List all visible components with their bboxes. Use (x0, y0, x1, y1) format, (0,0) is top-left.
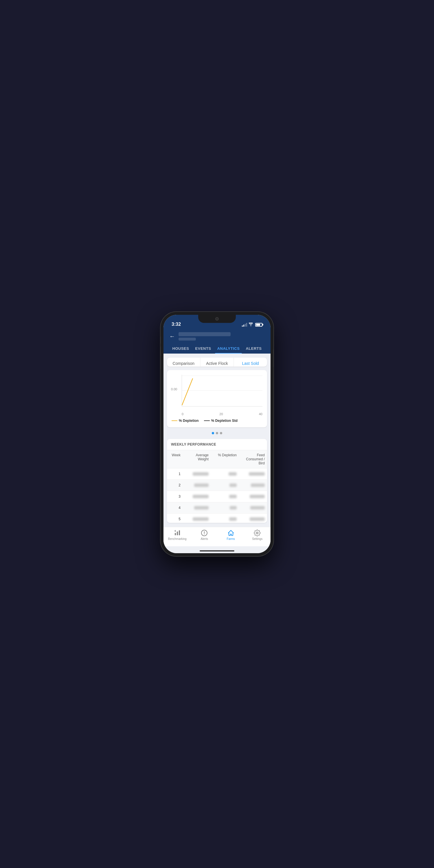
sub-tab-last-sold[interactable]: Last Sold (234, 358, 267, 367)
col-avg-weight: Average Weight (183, 450, 211, 468)
dot-3[interactable] (220, 432, 222, 434)
depletion-3: ██ (211, 491, 239, 502)
week-num-3: 3 (167, 491, 183, 502)
feed-5: ███████ (239, 514, 267, 523)
week-num-1: 1 (167, 468, 183, 479)
chart-card: 0.00 0 20 40 (167, 370, 267, 427)
phone-screen: 3:32 ← (163, 315, 271, 553)
chart-container: 0.00 0 20 40 (172, 375, 262, 416)
svg-rect-3 (177, 531, 178, 535)
home-bar (199, 550, 235, 552)
table-row: 1 ███████ ██ ███████ (167, 468, 267, 480)
nav-benchmarking-label: Benchmarking (168, 537, 187, 540)
table-header: Week Average Weight % Depletion Feed Con… (167, 450, 267, 468)
avg-weight-4: ██████ (183, 502, 211, 513)
avg-weight-5: ███████ (183, 514, 211, 523)
depletion-4: ██ (211, 502, 239, 513)
avg-weight-1: ███████ (183, 468, 211, 479)
sub-tab-active-flock[interactable]: Active Flock (200, 358, 234, 367)
table-row: 2 ██████ ██ ██████ (167, 480, 267, 491)
nav-farms-label: Farms (227, 537, 235, 540)
nav-settings[interactable]: Settings (249, 529, 266, 540)
col-week: Week (167, 450, 183, 468)
nav-benchmarking[interactable]: Benchmarking (168, 529, 187, 540)
chart-x-labels: 0 20 40 (182, 412, 262, 416)
status-time: 3:32 (172, 322, 181, 327)
svg-rect-6 (175, 530, 176, 532)
home-indicator (163, 546, 271, 553)
header-title-block (179, 332, 265, 341)
legend-depletion: % Depletion (172, 418, 199, 423)
chart-area: 0.00 (182, 375, 262, 406)
sub-tab-comparison[interactable]: Comparison (167, 358, 200, 367)
depletion-1: ██ (211, 468, 239, 479)
feed-4: ██████ (239, 502, 267, 513)
avg-weight-3: ███████ (183, 491, 211, 502)
weekly-performance-header: WEEKLY PERFORMANCE (167, 439, 267, 450)
battery-fill (256, 324, 260, 326)
tab-houses[interactable]: HOUSES (170, 343, 191, 353)
svg-rect-4 (179, 530, 180, 535)
legend-line-yellow (172, 421, 177, 421)
wifi-icon (249, 322, 253, 327)
farm-name-title (179, 332, 230, 336)
header: ← HOUSES EVENTS ANALYTICS ALERTS (163, 329, 271, 353)
battery-icon (255, 323, 262, 327)
dot-2[interactable] (216, 432, 218, 434)
nav-settings-label: Settings (252, 537, 262, 540)
nav-alerts-label: Alerts (200, 537, 208, 540)
table-row: 4 ██████ ██ ██████ (167, 502, 267, 514)
table-row: 3 ███████ ██ ███████ (167, 491, 267, 502)
notch (198, 315, 236, 323)
legend-depletion-std: % Depletion Std (204, 418, 238, 423)
svg-rect-2 (175, 533, 176, 535)
legend-line-black (204, 421, 210, 421)
farms-icon (227, 529, 235, 536)
week-num-4: 4 (167, 502, 183, 513)
benchmarking-icon (174, 529, 181, 536)
chart-y-label: 0.00 (171, 388, 177, 391)
signal-icon (242, 323, 247, 327)
back-button[interactable]: ← (169, 333, 175, 340)
table-row: 5 ███████ ██ ███████ (167, 514, 267, 523)
phone-device: 3:32 ← (161, 312, 273, 556)
svg-point-9 (204, 534, 205, 534)
front-camera (215, 317, 219, 320)
tab-analytics[interactable]: ANALYTICS (215, 343, 242, 353)
chart-legend: % Depletion % Depletion Std (172, 418, 262, 423)
analytics-sub-tabs: Comparison Active Flock Last Sold (167, 358, 267, 367)
week-num-5: 5 (167, 514, 183, 523)
feed-1: ███████ (239, 468, 267, 479)
alerts-icon (201, 529, 208, 536)
week-num-2: 2 (167, 480, 183, 491)
tab-alerts[interactable]: ALERTS (243, 343, 264, 353)
avg-weight-2: ██████ (183, 480, 211, 491)
tab-events[interactable]: EVENTS (193, 343, 214, 353)
col-feed-consumed: Feed Consumed / Bird (239, 450, 267, 468)
svg-point-10 (256, 532, 258, 534)
bottom-nav: Benchmarking Alerts Farms (163, 527, 271, 546)
depletion-5: ██ (211, 514, 239, 523)
depletion-2: ██ (211, 480, 239, 491)
dot-1[interactable] (212, 432, 214, 434)
chart-svg (182, 375, 262, 406)
nav-alerts[interactable]: Alerts (195, 529, 213, 540)
feed-2: ██████ (239, 480, 267, 491)
main-nav-tabs: HOUSES EVENTS ANALYTICS ALERTS (169, 343, 265, 353)
col-depletion: % Depletion (211, 450, 239, 468)
status-icons (242, 322, 262, 327)
weekly-performance-section: WEEKLY PERFORMANCE Week Average Weight %… (167, 439, 267, 523)
feed-3: ███████ (239, 491, 267, 502)
carousel-dots (167, 432, 267, 434)
settings-icon (254, 529, 261, 536)
header-top: ← (169, 332, 265, 343)
nav-farms[interactable]: Farms (222, 529, 240, 540)
farm-subtitle (179, 338, 196, 341)
main-content: Comparison Active Flock Last Sold 0.00 (163, 353, 271, 527)
